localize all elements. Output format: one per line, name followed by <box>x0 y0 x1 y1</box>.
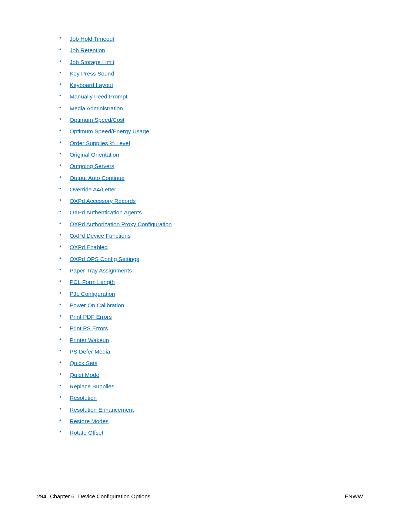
list-item: Override A4/Letter <box>59 186 363 194</box>
config-option-link[interactable]: Original Orientation <box>70 151 119 158</box>
list-item: PCL Form Length <box>59 278 363 286</box>
footer-left: 294 Chapter 6 Device Configuration Optio… <box>37 493 150 499</box>
page-number: 294 <box>37 493 46 499</box>
config-option-link[interactable]: Order Supplies % Level <box>70 140 130 146</box>
config-option-link[interactable]: Print PDF Errors <box>70 314 112 320</box>
list-item: Outgoing Servers <box>59 163 363 170</box>
list-item: Restore Modes <box>59 418 363 425</box>
list-item: Order Supplies % Level <box>59 140 363 147</box>
chapter-label: Chapter 6 <box>50 493 74 499</box>
config-option-link[interactable]: PCL Form Length <box>70 279 115 285</box>
list-item: Power On Calibration <box>59 302 363 310</box>
config-option-link[interactable]: Job Retention <box>70 47 105 53</box>
list-item: Keyboard Layout <box>59 81 363 89</box>
footer-right: ENWW <box>345 493 363 499</box>
config-option-link[interactable]: Paper Tray Assignments <box>70 267 132 274</box>
list-item: Key Press Sound <box>59 70 363 78</box>
list-item: OXPd Accessory Records <box>59 197 363 205</box>
list-item: Job Hold Timeout <box>59 35 363 43</box>
list-item: OXPd Device Functions <box>59 232 363 240</box>
config-option-link[interactable]: Quick Sets <box>70 360 97 366</box>
config-option-link[interactable]: Media Administration <box>70 105 123 111</box>
list-item: Optimum Speed/Energy Usage <box>59 128 363 135</box>
list-item: Job Retention <box>59 47 363 54</box>
list-item: Print PS Errors <box>59 325 363 332</box>
list-item: Resolution Enhancement <box>59 406 363 414</box>
config-option-link[interactable]: Manually Feed Prompt <box>70 93 127 100</box>
config-option-link[interactable]: OXPd Authorization Proxy Configuration <box>70 221 172 227</box>
list-item: Replace Supplies <box>59 383 363 391</box>
config-option-link[interactable]: Printer Wakeup <box>70 337 109 343</box>
list-item: Job Storage Limit <box>59 58 363 66</box>
config-options-list: Job Hold TimeoutJob RetentionJob Storage… <box>59 35 363 437</box>
config-option-link[interactable]: PS Defer Media <box>70 348 110 355</box>
list-item: OXPd OPS Config Settings <box>59 255 363 263</box>
list-item: Original Orientation <box>59 151 363 159</box>
list-item: Output Auto Continue <box>59 174 363 182</box>
config-option-link[interactable]: Output Auto Continue <box>70 175 124 181</box>
config-option-link[interactable]: OXPd Device Functions <box>70 232 131 239</box>
config-option-link[interactable]: Rotate Offset <box>70 429 103 436</box>
list-item: OXPd Authorization Proxy Configuration <box>59 221 363 228</box>
config-option-link[interactable]: Keyboard Layout <box>70 82 113 88</box>
list-item: Manually Feed Prompt <box>59 93 363 101</box>
config-option-link[interactable]: Power On Calibration <box>70 302 124 308</box>
list-item: Resolution <box>59 394 363 402</box>
list-item: PS Defer Media <box>59 348 363 356</box>
list-item: Quick Sets <box>59 359 363 367</box>
config-option-link[interactable]: OXPd OPS Config Settings <box>70 256 139 262</box>
config-option-link[interactable]: Optimum Speed/Energy Usage <box>70 128 149 134</box>
config-option-link[interactable]: Job Storage Limit <box>70 59 114 65</box>
config-option-link[interactable]: OXPd Enabled <box>70 244 108 250</box>
config-option-link[interactable]: PJL Configuration <box>70 291 115 297</box>
list-item: OXPd Authentication Agents <box>59 209 363 217</box>
page-footer: 294 Chapter 6 Device Configuration Optio… <box>37 493 363 499</box>
config-option-link[interactable]: OXPd Authentication Agents <box>70 209 142 215</box>
config-option-link[interactable]: Replace Supplies <box>70 383 114 389</box>
list-item: PJL Configuration <box>59 290 363 298</box>
config-option-link[interactable]: Restore Modes <box>70 418 109 424</box>
config-option-link[interactable]: Job Hold Timeout <box>70 36 114 42</box>
list-item: OXPd Enabled <box>59 244 363 251</box>
list-item: Print PDF Errors <box>59 313 363 321</box>
config-option-link[interactable]: Override A4/Letter <box>70 186 116 193</box>
config-option-link[interactable]: Resolution <box>70 395 97 401</box>
list-item: Rotate Offset <box>59 429 363 437</box>
list-item: Printer Wakeup <box>59 337 363 344</box>
config-option-link[interactable]: Quiet Mode <box>70 372 99 378</box>
config-option-link[interactable]: Print PS Errors <box>70 325 108 331</box>
list-item: Media Administration <box>59 105 363 113</box>
config-option-link[interactable]: Outgoing Servers <box>70 163 114 169</box>
chapter-title: Device Configuration Options <box>78 493 150 499</box>
config-option-link[interactable]: Optimum Speed/Cost <box>70 117 124 123</box>
list-item: Optimum Speed/Cost <box>59 116 363 124</box>
config-option-link[interactable]: Resolution Enhancement <box>70 406 134 413</box>
config-option-link[interactable]: Key Press Sound <box>70 70 114 77</box>
list-item: Quiet Mode <box>59 371 363 379</box>
config-option-link[interactable]: OXPd Accessory Records <box>70 198 136 204</box>
list-item: Paper Tray Assignments <box>59 267 363 275</box>
